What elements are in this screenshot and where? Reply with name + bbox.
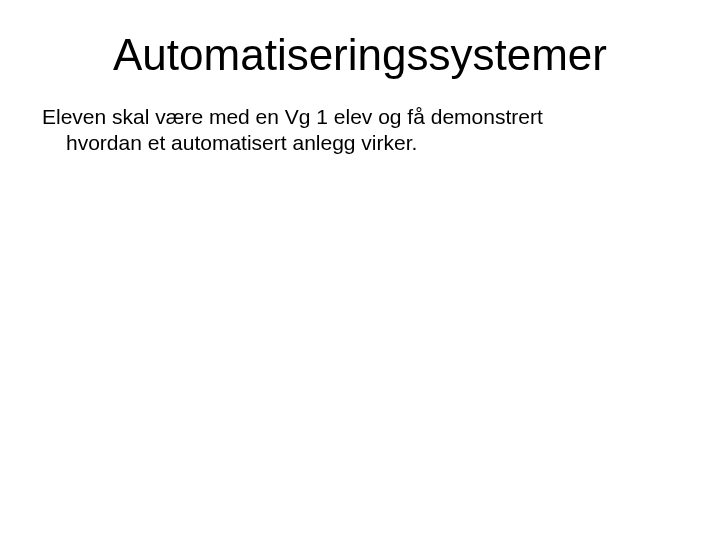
slide-container: Automatiseringssystemer Eleven skal være… [0,0,720,540]
body-line-1: Eleven skal være med en Vg 1 elev og få … [42,105,543,128]
slide-title: Automatiseringssystemer [42,30,678,80]
body-line-2: hvordan et automatisert anlegg virker. [42,130,678,156]
slide-body: Eleven skal være med en Vg 1 elev og få … [42,104,678,157]
